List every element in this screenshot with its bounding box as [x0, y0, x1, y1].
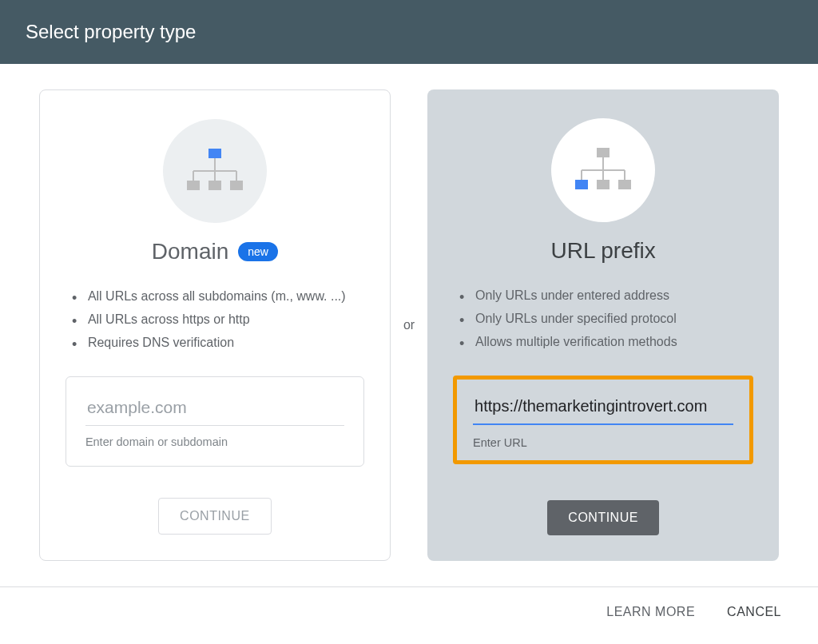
url-bullet: Only URLs under specified protocol [459, 308, 753, 331]
domain-title-row: Domain new [152, 239, 278, 264]
svg-rect-8 [230, 181, 243, 190]
url-card-title: URL prefix [550, 238, 655, 264]
url-bullet: Only URLs under entered address [459, 284, 753, 308]
url-title-row: URL prefix [550, 238, 655, 264]
domain-input-hint: Enter domain or subdomain [85, 435, 344, 448]
url-input-hint: Enter URL [473, 436, 733, 449]
url-bullets: Only URLs under entered address Only URL… [459, 284, 753, 353]
dialog-title: Select property type [26, 21, 196, 42]
dialog-header: Select property type [0, 0, 818, 64]
url-sitemap-icon [551, 118, 655, 222]
new-badge: new [238, 242, 278, 261]
domain-card-title: Domain [152, 239, 228, 264]
url-continue-button[interactable]: CONTINUE [547, 500, 659, 535]
domain-card: Domain new All URLs across all subdomain… [39, 89, 391, 561]
url-input-highlight: Enter URL [453, 376, 753, 464]
cancel-button[interactable]: CANCEL [727, 605, 781, 619]
url-prefix-card: URL prefix Only URLs under entered addre… [427, 89, 779, 561]
domain-input-box: Enter domain or subdomain [66, 376, 364, 467]
domain-bullet: Requires DNS verification [72, 332, 364, 355]
domain-bullet: All URLs across all subdomains (m., www.… [72, 285, 364, 308]
svg-rect-9 [597, 148, 610, 157]
svg-rect-16 [597, 180, 610, 189]
dialog-content: Domain new All URLs across all subdomain… [0, 64, 818, 586]
svg-rect-15 [575, 180, 588, 189]
domain-input[interactable] [85, 395, 344, 426]
url-input[interactable] [473, 394, 733, 425]
domain-sitemap-icon [163, 119, 267, 223]
url-bullet: Allows multiple verification methods [459, 331, 753, 354]
svg-rect-7 [208, 181, 221, 190]
domain-continue-button[interactable]: CONTINUE [158, 498, 272, 535]
dialog-footer: LEARN MORE CANCEL [0, 586, 818, 637]
domain-bullet: All URLs across https or http [72, 308, 364, 332]
svg-rect-6 [187, 181, 200, 190]
domain-bullets: All URLs across all subdomains (m., www.… [72, 285, 364, 354]
svg-rect-0 [208, 149, 221, 158]
learn-more-link[interactable]: LEARN MORE [606, 605, 695, 619]
svg-rect-17 [618, 180, 631, 189]
or-divider: or [403, 318, 415, 332]
